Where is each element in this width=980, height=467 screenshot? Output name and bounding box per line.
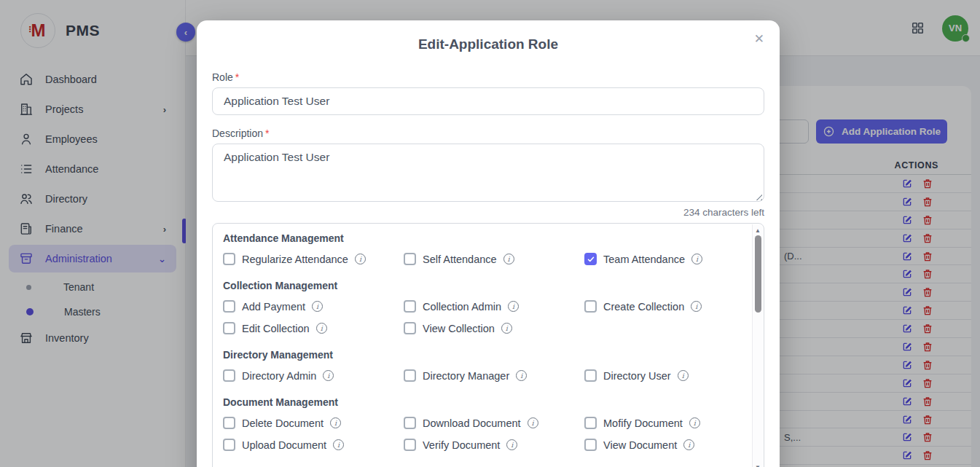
permission-section: Document ManagementDelete DocumentiDownl… bbox=[223, 396, 742, 451]
checkbox-self-attendance[interactable] bbox=[404, 253, 416, 265]
info-icon[interactable]: i bbox=[528, 417, 538, 428]
checkbox-directory-user[interactable] bbox=[584, 369, 597, 382]
permission-item-directory-admin: Directory Admini bbox=[223, 369, 404, 382]
permission-label: Create Collection bbox=[603, 301, 684, 313]
permission-label: Self Attendance bbox=[423, 254, 497, 265]
permission-item-mofify-document: Mofify Documenti bbox=[584, 417, 764, 429]
permission-label: Delete Document bbox=[242, 417, 324, 429]
permission-item-view-document: View Documenti bbox=[584, 439, 764, 451]
checkbox-delete-document[interactable] bbox=[223, 417, 235, 429]
required-asterisk: * bbox=[235, 71, 239, 83]
permission-grid: Delete DocumentiDownload DocumentiMofify… bbox=[223, 417, 742, 451]
permission-item-regularize-attendance: Regularize Attendancei bbox=[223, 253, 404, 265]
info-icon[interactable]: i bbox=[516, 370, 527, 381]
modal-title: Edit-Application Role bbox=[212, 36, 764, 52]
permission-section: Attendance ManagementRegularize Attendan… bbox=[223, 232, 742, 265]
description-label: Description* bbox=[212, 127, 764, 139]
close-icon[interactable]: ✕ bbox=[751, 30, 767, 48]
permission-item-self-attendance: Self Attendancei bbox=[404, 253, 584, 265]
permission-item-download-document: Download Documenti bbox=[404, 417, 584, 429]
section-title: Directory Management bbox=[223, 349, 742, 361]
permission-label: Directory User bbox=[603, 370, 671, 382]
checkbox-download-document[interactable] bbox=[404, 417, 416, 429]
permission-item-directory-user: Directory Useri bbox=[584, 369, 764, 382]
info-icon[interactable]: i bbox=[506, 439, 517, 450]
info-icon[interactable]: i bbox=[689, 417, 700, 428]
permission-label: Add Payment bbox=[242, 301, 305, 313]
checkbox-create-collection[interactable] bbox=[584, 300, 597, 313]
permission-grid: Add PaymentiCollection AdminiCreate Coll… bbox=[223, 300, 742, 334]
checkbox-collection-admin[interactable] bbox=[404, 300, 416, 313]
permission-label: Collection Admin bbox=[423, 301, 501, 313]
permission-item-upload-document: Upload Documenti bbox=[223, 439, 404, 451]
checkbox-directory-manager[interactable] bbox=[404, 369, 416, 382]
checkbox-view-collection[interactable] bbox=[404, 322, 416, 334]
permission-grid: Regularize AttendanceiSelf AttendanceiTe… bbox=[223, 253, 742, 265]
permission-grid: Directory AdminiDirectory ManageriDirect… bbox=[223, 369, 742, 382]
permission-section: Directory ManagementDirectory AdminiDire… bbox=[223, 349, 742, 382]
info-icon[interactable]: i bbox=[316, 323, 327, 334]
checkbox-add-payment[interactable] bbox=[223, 300, 235, 313]
permission-label: View Document bbox=[603, 439, 677, 451]
info-icon[interactable]: i bbox=[691, 254, 702, 264]
checkbox-edit-collection[interactable] bbox=[223, 322, 235, 334]
permission-item-delete-document: Delete Documenti bbox=[223, 417, 404, 429]
info-icon[interactable]: i bbox=[312, 301, 323, 312]
info-icon[interactable]: i bbox=[333, 439, 344, 450]
permission-label: View Collection bbox=[423, 323, 495, 334]
checkbox-team-attendance[interactable] bbox=[584, 253, 597, 265]
permission-label: Directory Admin bbox=[242, 370, 316, 382]
info-icon[interactable]: i bbox=[691, 301, 702, 312]
section-title: Attendance Management bbox=[223, 232, 742, 244]
info-icon[interactable]: i bbox=[330, 417, 341, 428]
permission-label: Verify Document bbox=[423, 439, 500, 451]
checkbox-regularize-attendance[interactable] bbox=[223, 253, 235, 265]
permission-item-edit-collection: Edit Collectioni bbox=[223, 322, 404, 334]
characters-left-counter: 234 characters left bbox=[212, 207, 764, 218]
permissions-box: Attendance ManagementRegularize Attendan… bbox=[212, 223, 764, 467]
info-icon[interactable]: i bbox=[503, 254, 514, 264]
permission-label: Edit Collection bbox=[242, 323, 310, 334]
section-title: Document Management bbox=[223, 396, 742, 408]
role-label: Role* bbox=[212, 71, 764, 83]
checkbox-verify-document[interactable] bbox=[404, 439, 416, 451]
permission-label: Directory Manager bbox=[423, 370, 509, 382]
scroll-down-icon[interactable]: ▼ bbox=[753, 464, 763, 467]
info-icon[interactable]: i bbox=[323, 370, 334, 381]
edit-application-role-modal: ✕ Edit-Application Role Role* Descriptio… bbox=[197, 20, 780, 467]
checkbox-mofify-document[interactable] bbox=[584, 417, 597, 429]
checkbox-view-document[interactable] bbox=[584, 439, 597, 451]
required-asterisk: * bbox=[265, 127, 269, 139]
permission-item-view-collection: View Collectioni bbox=[404, 322, 584, 334]
info-icon[interactable]: i bbox=[501, 323, 512, 334]
permission-section: Collection ManagementAdd PaymentiCollect… bbox=[223, 280, 742, 334]
info-icon[interactable]: i bbox=[355, 254, 366, 264]
permission-item-team-attendance: Team Attendancei bbox=[584, 253, 764, 265]
permission-label: Regularize Attendance bbox=[242, 254, 348, 265]
permission-label: Upload Document bbox=[242, 439, 326, 451]
description-textarea[interactable]: Application Test User bbox=[212, 144, 764, 202]
section-title: Collection Management bbox=[223, 280, 742, 291]
checkbox-upload-document[interactable] bbox=[223, 439, 235, 451]
permission-label: Team Attendance bbox=[603, 254, 685, 265]
permission-item-add-payment: Add Paymenti bbox=[223, 300, 404, 313]
info-icon[interactable]: i bbox=[678, 370, 689, 381]
permission-item-verify-document: Verify Documenti bbox=[404, 439, 584, 451]
checkbox-directory-admin[interactable] bbox=[223, 369, 235, 382]
permission-label: Download Document bbox=[423, 417, 521, 429]
info-icon[interactable]: i bbox=[508, 301, 519, 312]
modal-scrollbar[interactable]: ▲ ▼ bbox=[752, 224, 763, 467]
scroll-up-icon[interactable]: ▲ bbox=[753, 227, 763, 234]
permission-item-create-collection: Create Collectioni bbox=[584, 300, 764, 313]
info-icon[interactable]: i bbox=[683, 439, 694, 450]
permission-item-directory-manager: Directory Manageri bbox=[404, 369, 584, 382]
permission-item-collection-admin: Collection Admini bbox=[404, 300, 584, 313]
permissions-list: Attendance ManagementRegularize Attendan… bbox=[213, 224, 764, 467]
permission-label: Mofify Document bbox=[603, 417, 683, 429]
scrollbar-thumb[interactable] bbox=[755, 235, 761, 313]
role-input[interactable] bbox=[212, 87, 764, 115]
